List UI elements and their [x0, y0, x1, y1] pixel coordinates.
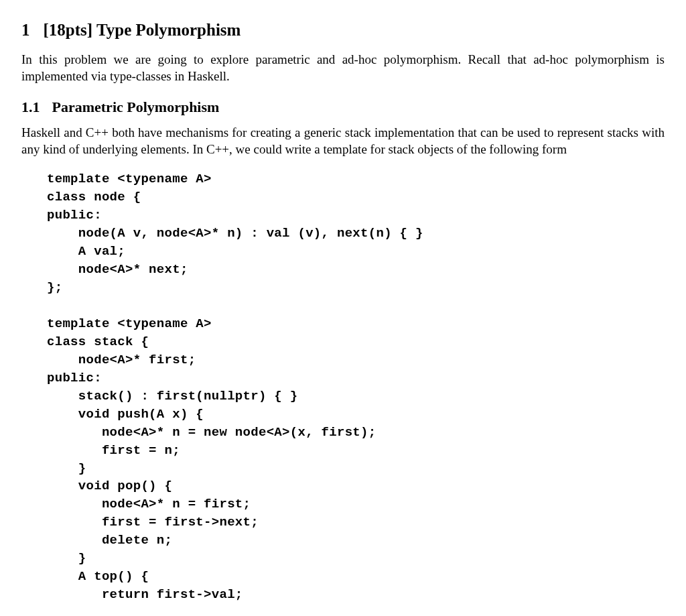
section-number: 1: [21, 19, 30, 42]
section-title: [18pts] Type Polymorphism: [44, 21, 241, 39]
intro-paragraph: In this problem we are going to explore …: [21, 51, 665, 85]
section-heading: 1[18pts] Type Polymorphism: [21, 19, 665, 42]
subsection-paragraph: Haskell and C++ both have mechanisms for…: [21, 124, 665, 158]
subsection-title: Parametric Polymorphism: [52, 99, 220, 115]
subsection-number: 1.1: [21, 97, 40, 117]
subsection-heading: 1.1Parametric Polymorphism: [21, 97, 665, 117]
code-block: template <typename A> class node { publi…: [47, 170, 665, 604]
